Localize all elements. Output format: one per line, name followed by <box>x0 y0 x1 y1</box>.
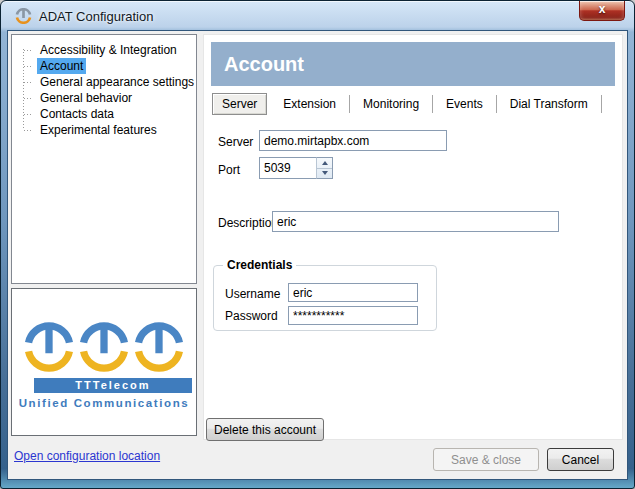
tttelecom-logo-icon <box>12 322 196 372</box>
tab-separator <box>601 95 602 113</box>
tab-separator <box>349 95 350 113</box>
port-spinner <box>316 157 333 179</box>
tree-branch-line <box>24 114 33 115</box>
arrow-up-icon <box>322 161 328 165</box>
tab-events[interactable]: Events <box>435 93 494 115</box>
password-input[interactable] <box>288 306 418 325</box>
adat-configuration-window: ADAT Configuration x Accessibility & Int… <box>0 0 635 489</box>
settings-tree: Accessibility & Integration Account Gene… <box>12 42 196 138</box>
cancel-button[interactable]: Cancel <box>547 448 614 471</box>
tab-strip: Server Extension Monitoring Events Dial … <box>212 92 604 116</box>
app-icon <box>15 8 32 24</box>
logo-glyph-icon <box>134 322 184 372</box>
settings-tree-panel: Accessibility & Integration Account Gene… <box>11 34 197 284</box>
tree-branch-line <box>24 66 33 67</box>
tree-item-contacts-data[interactable]: Contacts data <box>12 106 196 122</box>
description-label: Description <box>218 216 278 230</box>
page-header-banner: Account <box>211 42 615 86</box>
username-label: Username <box>225 287 280 301</box>
logo-glyph-icon <box>24 322 74 372</box>
save-and-close-button[interactable]: Save & close <box>433 448 539 471</box>
account-settings-panel: Account Server Extension Monitoring Even… <box>203 34 623 440</box>
description-input[interactable] <box>272 211 559 232</box>
client-area: Accessibility & Integration Account Gene… <box>8 31 627 479</box>
tab-server[interactable]: Server <box>212 93 267 115</box>
tree-item-general-appearance[interactable]: General appearance settings <box>12 74 196 90</box>
tree-item-general-behavior[interactable]: General behavior <box>12 90 196 106</box>
username-input[interactable] <box>288 283 418 302</box>
tree-item-account[interactable]: Account <box>12 58 196 74</box>
tree-item-experimental-features[interactable]: Experimental features <box>12 122 196 138</box>
tab-monitoring[interactable]: Monitoring <box>352 93 430 115</box>
spinner-down-button[interactable] <box>317 169 332 179</box>
window-title: ADAT Configuration <box>39 9 153 24</box>
password-label: Password <box>225 309 278 323</box>
tree-branch-line <box>24 130 33 131</box>
tab-extension[interactable]: Extension <box>272 93 347 115</box>
tree-item-accessibility[interactable]: Accessibility & Integration <box>12 42 196 58</box>
credentials-legend: Credentials <box>223 258 296 272</box>
port-label: Port <box>218 163 240 177</box>
port-input[interactable] <box>259 157 317 179</box>
server-label: Server <box>218 135 253 149</box>
page-title: Account <box>211 42 615 86</box>
logo-glyph-icon <box>79 322 129 372</box>
tab-separator <box>432 95 433 113</box>
server-input[interactable] <box>259 130 447 151</box>
brand-tagline: Unified Communications <box>12 397 196 409</box>
open-configuration-location-link[interactable]: Open configuration location <box>14 449 160 463</box>
tree-branch-line <box>24 50 33 51</box>
tab-separator <box>496 95 497 113</box>
delete-account-button[interactable]: Delete this account <box>206 418 324 441</box>
tab-dial-transform[interactable]: Dial Transform <box>499 93 599 115</box>
tree-branch-line <box>24 98 33 99</box>
tree-branch-line <box>24 82 33 83</box>
spinner-up-button[interactable] <box>317 158 332 169</box>
titlebar[interactable]: ADAT Configuration <box>1 1 634 31</box>
brand-name: TTTelecom <box>34 378 192 393</box>
logo-panel: TTTelecom Unified Communications <box>11 288 197 436</box>
arrow-down-icon <box>322 171 328 175</box>
close-button[interactable]: x <box>579 1 625 21</box>
